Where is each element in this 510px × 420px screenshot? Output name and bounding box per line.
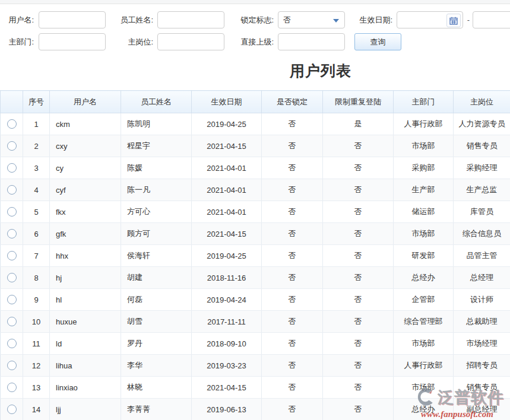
employee-name-input[interactable] <box>157 11 224 28</box>
cell-username: ckm <box>50 113 121 135</box>
cell-effective-date: 2021-04-15 <box>192 223 262 245</box>
row-radio-button[interactable] <box>7 295 17 304</box>
cell-index: 9 <box>23 289 50 311</box>
table-row[interactable]: 14 ljj 李菁菁 2019-06-13 否 否 总经办 副总经理 <box>1 399 510 420</box>
table-row[interactable]: 6 gfk 顾方可 2021-04-15 否 否 市场部 综合信息员 <box>1 223 510 245</box>
row-radio-button[interactable] <box>7 119 17 129</box>
lock-flag-select[interactable]: 否 <box>278 11 345 28</box>
cell-employee-name: 侯海轩 <box>121 245 192 267</box>
cell-department: 人事行政部 <box>394 355 454 377</box>
cell-position: 设计师 <box>454 289 510 311</box>
row-radio-button[interactable] <box>7 383 17 392</box>
cell-effective-date: 2019-03-23 <box>192 355 262 377</box>
cell-username: fkx <box>50 201 121 223</box>
cell-department: 市场部 <box>394 377 454 399</box>
cell-username: ld <box>50 333 121 355</box>
row-radio-button[interactable] <box>7 273 17 282</box>
cell-index: 1 <box>23 113 50 135</box>
main-position-input[interactable] <box>157 33 224 50</box>
cell-index: 7 <box>23 245 50 267</box>
cell-department: 市场部 <box>394 333 454 355</box>
header-employee-name: 员工姓名 <box>121 91 192 113</box>
row-radio-button[interactable] <box>7 251 17 260</box>
direct-superior-label: 直接上级: <box>229 33 274 50</box>
table-row[interactable]: 10 huxue 胡雪 2017-11-11 否 否 综合管理部 总裁助理 <box>1 311 510 333</box>
lock-flag-label: 锁定标志: <box>229 11 274 28</box>
cell-department: 企管部 <box>394 289 454 311</box>
cell-username: hl <box>50 289 121 311</box>
table-row[interactable]: 3 cy 陈媛 2021-04-01 否 否 采购部 采购经理 <box>1 157 510 179</box>
cell-position: 副总经理 <box>454 399 510 420</box>
row-radio-button[interactable] <box>7 185 17 195</box>
cell-index: 3 <box>23 157 50 179</box>
table-row[interactable]: 5 fkx 方可心 2021-04-01 否 否 储运部 库管员 <box>1 201 510 223</box>
lock-flag-value: 否 <box>283 15 291 24</box>
cell-locked: 否 <box>262 399 323 420</box>
main-department-input[interactable] <box>39 33 106 50</box>
search-button[interactable]: 查询 <box>354 33 401 50</box>
header-effective-date: 生效日期 <box>192 91 262 113</box>
cell-restrict-login: 否 <box>323 399 394 420</box>
table-row[interactable]: 7 hhx 侯海轩 2019-04-25 否 否 研发部 品管主管 <box>1 245 510 267</box>
cell-index: 8 <box>23 267 50 289</box>
cell-department: 采购部 <box>394 157 454 179</box>
date-to-input[interactable] <box>473 11 510 28</box>
row-radio-button[interactable] <box>7 317 17 326</box>
cell-username: hj <box>50 267 121 289</box>
cell-effective-date: 2018-11-16 <box>192 267 262 289</box>
header-position: 主岗位 <box>454 91 510 113</box>
table-row[interactable]: 13 linxiao 林晓 2021-04-15 否 否 市场部 销售专员 <box>1 377 510 399</box>
username-input[interactable] <box>39 11 106 28</box>
table-row[interactable]: 9 hl 何磊 2019-04-24 否 否 企管部 设计师 <box>1 289 510 311</box>
cell-position: 品管主管 <box>454 245 510 267</box>
cell-locked: 否 <box>262 333 323 355</box>
user-table-body: 1 ckm 陈凯明 2019-04-25 否 是 人事行政部 人力资源专员 2 … <box>1 113 510 420</box>
table-row[interactable]: 1 ckm 陈凯明 2019-04-25 否 是 人事行政部 人力资源专员 <box>1 113 510 135</box>
cell-effective-date: 2021-04-15 <box>192 377 262 399</box>
row-radio-button[interactable] <box>7 229 17 238</box>
cell-effective-date: 2019-04-25 <box>192 113 262 135</box>
row-radio-button[interactable] <box>7 207 17 217</box>
cell-employee-name: 陈媛 <box>121 157 192 179</box>
cell-department: 总经办 <box>394 399 454 420</box>
cell-username: cy <box>50 157 121 179</box>
row-radio-button[interactable] <box>7 141 17 151</box>
calendar-icon[interactable] <box>446 14 461 27</box>
cell-restrict-login: 否 <box>323 333 394 355</box>
main-position-label: 主岗位: <box>108 33 153 50</box>
cell-locked: 否 <box>262 113 323 135</box>
cell-position: 采购经理 <box>454 157 510 179</box>
cell-employee-name: 李菁菁 <box>121 399 192 420</box>
cell-employee-name: 李华 <box>121 355 192 377</box>
cell-employee-name: 罗丹 <box>121 333 192 355</box>
row-radio-button[interactable] <box>7 361 17 370</box>
cell-position: 市场经理 <box>454 333 510 355</box>
cell-restrict-login: 否 <box>323 289 394 311</box>
row-radio-button[interactable] <box>7 339 17 348</box>
row-radio-button[interactable] <box>7 405 17 414</box>
cell-locked: 否 <box>262 201 323 223</box>
table-row[interactable]: 8 hj 胡建 2018-11-16 否 否 总经办 总经理 <box>1 267 510 289</box>
row-radio-button[interactable] <box>7 163 17 173</box>
cell-restrict-login: 否 <box>323 179 394 201</box>
direct-superior-input[interactable] <box>278 33 345 50</box>
top-strip <box>0 0 510 4</box>
table-row[interactable]: 2 cxy 程星宇 2021-04-15 否 否 市场部 销售专员 <box>1 135 510 157</box>
cell-department: 储运部 <box>394 201 454 223</box>
cell-department: 总经办 <box>394 267 454 289</box>
date-from-input[interactable] <box>397 11 463 28</box>
cell-locked: 否 <box>262 135 323 157</box>
cell-effective-date: 2019-04-25 <box>192 245 262 267</box>
table-row[interactable]: 11 ld 罗丹 2018-09-10 否 否 市场部 市场经理 <box>1 333 510 355</box>
table-row[interactable]: 12 lihua 李华 2019-03-23 否 否 人事行政部 招聘专员 <box>1 355 510 377</box>
table-row[interactable]: 4 cyf 陈一凡 2021-04-01 否 否 生产部 生产总监 <box>1 179 510 201</box>
cell-effective-date: 2021-04-01 <box>192 179 262 201</box>
cell-restrict-login: 否 <box>323 245 394 267</box>
cell-restrict-login: 是 <box>323 113 394 135</box>
header-locked: 是否锁定 <box>262 91 323 113</box>
page-title: 用户列表 <box>0 61 510 81</box>
cell-position: 销售专员 <box>454 135 510 157</box>
cell-department: 生产部 <box>394 179 454 201</box>
cell-employee-name: 方可心 <box>121 201 192 223</box>
chevron-down-icon <box>333 19 339 23</box>
